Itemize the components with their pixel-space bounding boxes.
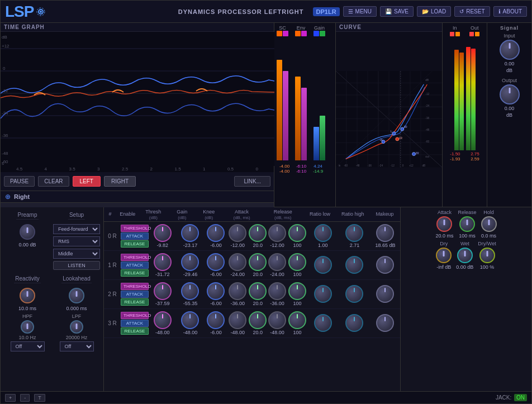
attack-label: Attack (438, 210, 452, 215)
band-2-attack-btn[interactable]: ATTACK (121, 291, 149, 298)
in-label: In (453, 25, 457, 31)
dry-wet-knob[interactable] (479, 248, 495, 263)
svg-text:-12: -12 (425, 93, 429, 96)
listen-button[interactable]: LISTEN (53, 261, 100, 270)
output-knob[interactable] (500, 84, 520, 104)
band-3-attack-ms-knob[interactable] (249, 311, 267, 329)
band-0-release-db: -12.00 (270, 243, 284, 248)
band-1-release-btn[interactable]: RELEASE (121, 269, 149, 277)
band-0-gain-knob[interactable] (181, 224, 199, 242)
band-1-knee-knob[interactable] (207, 253, 225, 271)
preamp-value: 0.00 dB (18, 242, 36, 248)
band-3-attack-db-knob[interactable] (229, 311, 246, 329)
band-3-gain-knob[interactable] (181, 311, 199, 329)
svg-text:-36: -36 (425, 117, 429, 120)
menu-button[interactable]: ☰ MENU (343, 6, 377, 17)
band-1-threshold-btn[interactable]: THRESHOLD (121, 254, 149, 261)
band-2-release-ms-knob[interactable] (288, 282, 306, 300)
band-2-makeup-knob[interactable] (376, 285, 394, 303)
lpf-mode-select[interactable]: Off 6dB/oct (60, 341, 94, 351)
curve-point-1R[interactable] (396, 137, 399, 141)
band-1-attack-db-knob[interactable] (229, 253, 246, 271)
mode-select[interactable]: Feed-forward Feed-back (53, 224, 100, 234)
right-channel-button[interactable]: RIGHT (104, 176, 136, 187)
band-1-gain-knob[interactable] (181, 253, 199, 271)
band-0-thresh-knob[interactable] (154, 224, 172, 242)
band-2-ratiohigh-knob[interactable] (345, 285, 363, 303)
reset-button[interactable]: ↺ RESET (454, 6, 490, 17)
input-knob[interactable] (500, 40, 520, 60)
left-channel-button[interactable]: LEFT (73, 176, 101, 187)
release-knob[interactable] (459, 216, 475, 232)
band-0-release-db-knob[interactable] (268, 224, 286, 242)
lookahead-knob[interactable] (69, 288, 84, 303)
load-button[interactable]: 📂 LOAD (417, 6, 451, 17)
wet-knob[interactable] (457, 248, 473, 263)
lpf-knob[interactable] (70, 320, 83, 334)
band-3-attack-btn[interactable]: ATTACK (121, 320, 149, 327)
out-bar-2 (471, 49, 476, 150)
band-2-attack-ms-knob[interactable] (249, 282, 267, 300)
reactivity-knob[interactable] (20, 288, 35, 303)
svg-point-2 (40, 11, 42, 13)
band-2-thresh-knob[interactable] (154, 282, 172, 300)
curve-point-2R[interactable] (412, 153, 416, 156)
attack-knob[interactable] (436, 216, 452, 232)
svg-text:-24: -24 (379, 164, 383, 167)
band-1-ratiohigh-knob[interactable] (345, 256, 363, 274)
band-3-ratiohigh-knob[interactable] (345, 314, 363, 332)
preamp-knob[interactable] (20, 224, 35, 240)
band-0-attack-ms-knob[interactable] (249, 224, 267, 242)
band-0-threshold-btn[interactable]: THRESHOLD (121, 225, 149, 232)
band-0-makeup-knob[interactable] (376, 224, 394, 242)
band-1-makeup-knob[interactable] (376, 256, 394, 274)
band-2-release-btn[interactable]: RELEASE (121, 298, 149, 306)
band-3-thresh-knob[interactable] (154, 311, 172, 329)
band-1-attack-ms-knob[interactable] (249, 253, 267, 271)
lookahead-value: 0.000 ms (66, 306, 87, 311)
band-1-release-db-knob[interactable] (268, 253, 286, 271)
remove-button[interactable]: - (20, 394, 30, 402)
hpf-freq: 10.0 Hz (18, 335, 36, 340)
clear-button[interactable]: CLEAR (38, 176, 69, 187)
band-0-knee-knob[interactable] (207, 224, 225, 242)
band-2-release-db-knob[interactable] (268, 282, 286, 300)
band-0-ratiohigh-knob[interactable] (345, 224, 363, 242)
curve-point-L[interactable] (392, 132, 396, 135)
band-1-attack-btn[interactable]: ATTACK (121, 262, 149, 269)
hold-knob[interactable] (481, 216, 497, 232)
band-1-ratiolow-knob[interactable] (314, 256, 332, 274)
position-select[interactable]: Middle Left Right (53, 249, 100, 259)
save-button[interactable]: 💾 SAVE (380, 6, 414, 17)
dry-knob[interactable] (436, 248, 452, 263)
band-3-release-db-knob[interactable] (268, 311, 286, 329)
band-3-ratiolow-knob[interactable] (314, 314, 332, 332)
pause-button[interactable]: PAUSE (4, 176, 35, 187)
band-3-makeup-knob[interactable] (376, 314, 394, 332)
band-3-release-ms-knob[interactable] (288, 311, 306, 329)
hpf-knob[interactable] (21, 320, 34, 334)
hpf-mode-select[interactable]: Off 6dB/oct (11, 341, 45, 351)
detector-select[interactable]: RMS Peak (53, 236, 100, 246)
band-0-release-ms-knob[interactable] (288, 224, 306, 242)
band-1-thresh-knob[interactable] (154, 253, 172, 271)
band-2-knee-knob[interactable] (207, 282, 225, 300)
band-3-threshold-btn[interactable]: THRESHOLD (121, 312, 149, 319)
band-2-gain-knob[interactable] (181, 282, 199, 300)
band-1-release-ms-knob[interactable] (288, 253, 306, 271)
band-0-attack-db-knob[interactable] (229, 224, 246, 242)
band-2-ratiolow-knob[interactable] (314, 285, 332, 303)
sc-orange-indicator (277, 31, 282, 36)
text-button[interactable]: T (34, 394, 45, 402)
band-2-threshold-btn[interactable]: THRESHOLD (121, 283, 149, 290)
band-0-attack-btn[interactable]: ATTACK (121, 232, 149, 240)
add-button[interactable]: + (5, 394, 16, 402)
band-0-release-btn[interactable]: RELEASE (121, 240, 149, 248)
band-3-knee-knob[interactable] (207, 311, 225, 329)
about-button[interactable]: ℹ ABOUT (493, 6, 527, 17)
curve-point-OR[interactable] (401, 127, 404, 131)
band-2-attack-db-knob[interactable] (229, 282, 246, 300)
band-3-release-btn[interactable]: RELEASE (121, 327, 149, 335)
band-0-ratiolow-knob[interactable] (314, 224, 332, 242)
link-button[interactable]: LINK... (234, 176, 270, 187)
